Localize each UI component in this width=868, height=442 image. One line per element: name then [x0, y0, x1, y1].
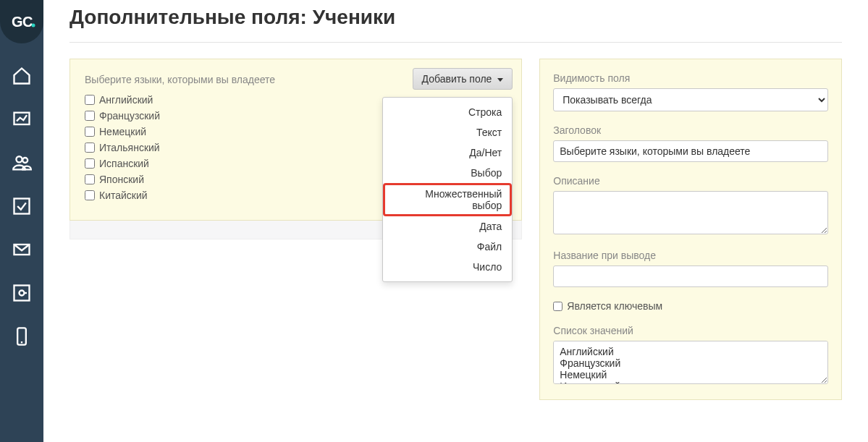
values-list-textarea[interactable]	[553, 341, 828, 384]
dropdown-item-number[interactable]: Число	[383, 257, 512, 277]
option-label: Немецкий	[99, 126, 146, 137]
field-settings-column: Видимость поля Показывать всегда Заголов…	[539, 59, 842, 400]
option-label: Японский	[99, 174, 144, 185]
svg-rect-8	[14, 286, 30, 301]
svg-rect-6	[14, 199, 30, 214]
dropdown-item-select[interactable]: Выбор	[383, 163, 512, 183]
values-list-label: Список значений	[553, 325, 828, 336]
checkbox-icon[interactable]	[11, 195, 33, 217]
main: Дополнительные поля: Ученики Добавить по…	[43, 6, 868, 415]
is-key-checkbox[interactable]	[553, 302, 562, 311]
description-textarea[interactable]	[553, 191, 828, 234]
option-label: Китайский	[99, 190, 148, 201]
svg-text:G: G	[12, 14, 23, 30]
add-field-wrap: Добавить поле Строка Текст Да/Нет Выбор …	[413, 68, 513, 90]
is-key-label: Является ключевым	[567, 300, 662, 312]
mobile-icon[interactable]	[11, 326, 33, 347]
option-label: Французский	[99, 110, 160, 122]
title-input[interactable]	[553, 140, 828, 162]
users-icon[interactable]	[11, 152, 33, 174]
visibility-label: Видимость поля	[553, 72, 828, 84]
svg-point-5	[22, 158, 28, 163]
dropdown-item-text[interactable]: Текст	[383, 122, 512, 143]
dropdown-item-file[interactable]: Файл	[383, 237, 512, 257]
add-field-button-label: Добавить поле	[422, 73, 492, 85]
add-field-dropdown: Строка Текст Да/Нет Выбор Множественный …	[382, 97, 513, 282]
safe-icon[interactable]	[11, 282, 33, 304]
description-label: Описание	[553, 175, 828, 187]
option-label: Итальянский	[99, 142, 160, 153]
checkbox[interactable]	[85, 190, 95, 200]
svg-text:C: C	[22, 14, 33, 30]
dropdown-item-string[interactable]: Строка	[383, 102, 512, 122]
checkbox[interactable]	[85, 111, 95, 121]
dropdown-item-yesno[interactable]: Да/Нет	[383, 143, 512, 163]
svg-point-2	[32, 24, 35, 27]
svg-point-4	[16, 156, 22, 162]
chevron-down-icon	[497, 78, 503, 82]
checkbox[interactable]	[85, 158, 95, 169]
display-name-input[interactable]	[553, 265, 828, 287]
chart-icon[interactable]	[11, 109, 33, 130]
divider	[69, 42, 842, 43]
option-label: Испанский	[99, 158, 149, 169]
title-label: Заголовок	[553, 124, 828, 136]
option-label: Английский	[99, 94, 153, 106]
visibility-select[interactable]: Показывать всегда	[553, 88, 828, 111]
svg-point-9	[20, 291, 25, 296]
sidebar: G C	[0, 0, 43, 415]
field-preview-column: Добавить поле Строка Текст Да/Нет Выбор …	[69, 59, 522, 239]
checkbox[interactable]	[85, 174, 95, 184]
mail-icon[interactable]	[11, 239, 33, 260]
home-icon[interactable]	[11, 65, 33, 87]
checkbox[interactable]	[85, 127, 95, 137]
add-field-button[interactable]: Добавить поле	[413, 68, 513, 90]
page-title: Дополнительные поля: Ученики	[69, 6, 842, 29]
checkbox[interactable]	[85, 143, 95, 153]
display-name-label: Название при выводе	[553, 250, 828, 261]
checkbox[interactable]	[85, 95, 95, 105]
dropdown-item-date[interactable]: Дата	[383, 216, 512, 237]
logo[interactable]: G C	[0, 0, 43, 43]
dropdown-item-multiselect[interactable]: Множественный выбор	[383, 183, 512, 216]
